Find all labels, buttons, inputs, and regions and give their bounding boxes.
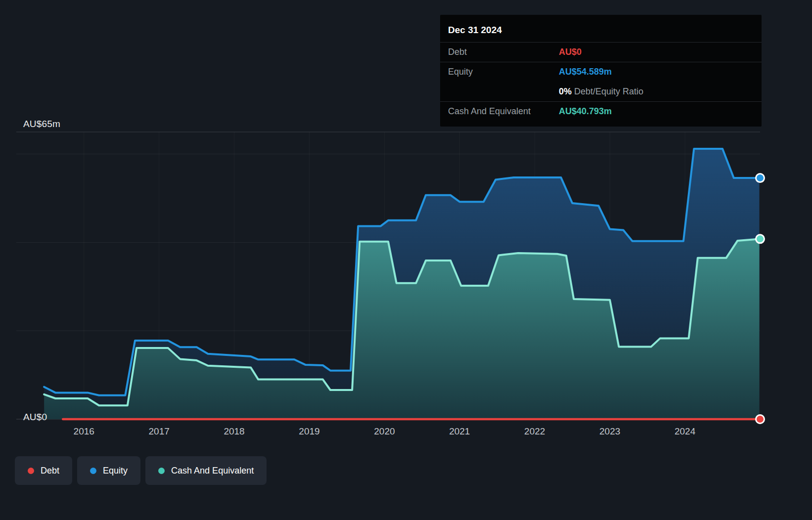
tooltip-ratio-percent: 0% (559, 87, 572, 96)
tooltip-equity-label: Equity (448, 66, 559, 78)
y-axis-zero-label: AU$0 (23, 412, 47, 423)
tooltip-date: Dec 31 2024 (440, 17, 762, 43)
tooltip-cash-label: Cash And Equivalent (448, 106, 559, 117)
tooltip-ratio-label: Debt/Equity Ratio (574, 87, 643, 96)
x-tick-label: 2023 (599, 426, 620, 436)
tooltip-row-equity: Equity AU$54.589m (440, 62, 762, 82)
cash-dot-icon (158, 468, 165, 474)
tooltip-row-ratio: 0% Debt/Equity Ratio (440, 82, 762, 102)
x-tick-label: 2019 (299, 426, 319, 436)
legend-item-equity[interactable]: Equity (77, 456, 140, 485)
debt-end-marker (756, 415, 765, 424)
equity-dot-icon (90, 468, 96, 474)
tooltip-equity-value: AU$54.589m (559, 66, 612, 78)
tooltip-ratio-value: 0% Debt/Equity Ratio (559, 86, 643, 97)
debt-dot-icon (28, 468, 34, 474)
cash-end-marker (756, 235, 765, 243)
tooltip-row-debt: Debt AU$0 (440, 43, 762, 62)
legend-cash-label: Cash And Equivalent (171, 466, 254, 476)
legend-item-debt[interactable]: Debt (15, 456, 72, 485)
tooltip-panel: Dec 31 2024 Debt AU$0 Equity AU$54.589m … (440, 15, 762, 127)
x-tick-label: 2021 (449, 426, 470, 436)
x-tick-label: 2016 (74, 426, 94, 436)
legend-equity-label: Equity (103, 466, 128, 476)
legend-item-cash[interactable]: Cash And Equivalent (145, 456, 267, 485)
x-tick-label: 2018 (224, 426, 244, 436)
tooltip-debt-label: Debt (448, 46, 559, 58)
tooltip-row-cash: Cash And Equivalent AU$40.793m (440, 102, 762, 121)
tooltip-debt-value: AU$0 (559, 46, 582, 58)
x-axis: 201620172018201920202021202220232024 (74, 426, 696, 436)
legend-debt-label: Debt (41, 466, 59, 476)
x-tick-label: 2022 (524, 426, 545, 436)
x-tick-label: 2020 (374, 426, 395, 436)
x-tick-label: 2017 (149, 426, 170, 436)
tooltip-cash-value: AU$40.793m (559, 106, 612, 117)
legend: Debt Equity Cash And Equivalent (15, 456, 267, 485)
x-tick-label: 2024 (675, 426, 696, 436)
y-axis-max-label: AU$65m (23, 119, 60, 130)
equity-end-marker (756, 174, 765, 182)
chart-page: 201620172018201920202021202220232024 AU$… (0, 0, 812, 520)
